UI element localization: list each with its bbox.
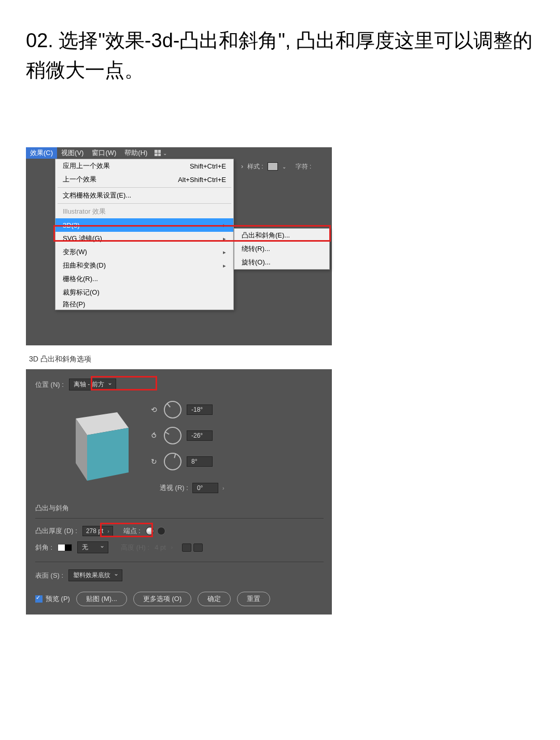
surface-select[interactable]: 塑料效果底纹 [68, 569, 122, 581]
divider [35, 518, 324, 519]
surface-label: 表面 (S) : [35, 571, 63, 580]
menu-item-label: SVG 滤镜(G) [63, 234, 102, 243]
menu-rasterize[interactable]: 栅格化(R)... [55, 272, 233, 286]
menu-help[interactable]: 帮助(H) [120, 147, 151, 159]
divider [35, 562, 324, 562]
menu-window[interactable]: 窗口(W) [88, 147, 120, 159]
map-art-button[interactable]: 贴图 (M)... [76, 592, 127, 606]
menu-item-label: 路径(P) [63, 300, 85, 309]
height-value: 4 pt [155, 543, 166, 551]
3d-options-dialog: 位置 (N) : 离轴 - 前方 ⟲ -18° ⥀ [26, 369, 332, 615]
menu-shortcut: Shift+Ctrl+E [190, 162, 226, 170]
more-options-button[interactable]: 更多选项 (O) [133, 592, 191, 606]
instruction-title: 02. 选择"效果-3d-凸出和斜角", 凸出和厚度这里可以调整的稍微大一点。 [26, 26, 534, 85]
menu-item-label: 应用上一个效果 [63, 161, 110, 171]
dialog-title: 3D 凸出和斜角选项 [26, 353, 534, 369]
submenu-arrow-icon: ▸ [223, 262, 226, 269]
chevron-icon: › [171, 544, 173, 550]
menu-item-label: 上一个效果 [63, 175, 96, 184]
style-swatch[interactable] [268, 162, 278, 171]
cap-on-icon[interactable] [146, 527, 154, 535]
chevron-icon[interactable]: › [222, 485, 224, 491]
menu-path[interactable]: 路径(P) [55, 299, 233, 310]
submenu-arrow-icon: ▸ [223, 235, 226, 242]
perspective-label: 透视 (R) : [160, 483, 188, 493]
menu-screenshot: 效果(C) 视图(V) 窗口(W) 帮助(H) ⌄ › 样式 : ⌄ 字符 : … [26, 147, 332, 345]
menu-item-label: 扭曲和变换(D) [63, 261, 106, 270]
menu-apply-last-effect[interactable]: 应用上一个效果 Shift+Ctrl+E [55, 159, 233, 173]
submenu-arrow-icon: ▸ [223, 222, 226, 229]
submenu-revolve[interactable]: 绕转(R)... [234, 242, 329, 256]
dial-z[interactable] [164, 453, 181, 470]
bevel-swatch [58, 544, 72, 551]
style-label: 样式 : [247, 162, 263, 171]
angle-x-input[interactable]: -18° [187, 404, 213, 415]
cap-off-icon[interactable] [157, 527, 165, 535]
menu-last-effect[interactable]: 上一个效果 Alt+Shift+Ctrl+E [55, 173, 233, 186]
dial-y[interactable] [164, 427, 181, 444]
checkbox-icon [35, 595, 43, 603]
svg-marker-2 [87, 428, 129, 481]
preview-checkbox[interactable]: 预览 (P) [35, 594, 70, 604]
menu-item-label: 3D(3) [63, 221, 80, 229]
cap-label: 端点 : [123, 526, 141, 536]
menu-distort[interactable]: 扭曲和变换(D) ▸ [55, 259, 233, 272]
menu-section-header: Illustrator 效果 [55, 205, 233, 218]
menu-doc-raster[interactable]: 文档栅格效果设置(E)... [55, 189, 233, 202]
rotation-dials: ⟲ -18° ⥀ -26° ↻ 8° 透视 (R) : 0° › [149, 401, 224, 493]
rotate-y-icon: ⥀ [149, 431, 159, 440]
preview-label: 预览 (P) [46, 594, 70, 604]
rotate-x-icon: ⟲ [149, 406, 159, 414]
menu-shortcut: Alt+Shift+Ctrl+E [178, 176, 226, 184]
effect-dropdown: 应用上一个效果 Shift+Ctrl+E 上一个效果 Alt+Shift+Ctr… [55, 159, 234, 310]
menu-crop-marks[interactable]: 裁剪标记(O) [55, 286, 233, 299]
position-label: 位置 (N) : [35, 380, 64, 389]
char-label: 字符 : [296, 162, 312, 171]
menu-item-label: 文档栅格效果设置(E)... [63, 191, 131, 200]
3d-submenu: 凸出和斜角(E)... 绕转(R)... 旋转(O)... [234, 228, 330, 270]
depth-label: 凸出厚度 (D) : [35, 526, 77, 536]
position-select[interactable]: 离轴 - 前方 [69, 379, 116, 390]
section-label: Illustrator 效果 [63, 207, 106, 216]
depth-value: 278 pt [86, 527, 103, 535]
cap-toggle[interactable] [146, 527, 165, 535]
angle-y-input[interactable]: -26° [187, 430, 213, 441]
chevron-icon: › [107, 528, 109, 534]
menubar: 效果(C) 视图(V) 窗口(W) 帮助(H) ⌄ [26, 147, 332, 159]
depth-input[interactable]: 278 pt › [82, 526, 113, 536]
menu-svg-filter[interactable]: SVG 滤镜(G) ▸ [55, 232, 233, 245]
height-label: 高度 (H) : [121, 543, 149, 552]
menu-effect[interactable]: 效果(C) [26, 147, 57, 159]
menu-warp[interactable]: 变形(W) ▸ [55, 245, 233, 259]
rotation-cube-preview[interactable] [56, 398, 134, 486]
separator [58, 203, 231, 204]
bevel-out-icon [193, 543, 203, 552]
separator [58, 187, 231, 188]
bevel-select[interactable]: 无 [77, 541, 108, 553]
workspace-icon[interactable]: ⌄ [155, 150, 167, 156]
reset-button[interactable]: 重置 [237, 592, 270, 606]
menu-view[interactable]: 视图(V) [57, 147, 88, 159]
submenu-extrude-bevel[interactable]: 凸出和斜角(E)... [234, 229, 329, 242]
chevron-right-icon[interactable]: › [241, 163, 243, 170]
extrude-section-header: 凸出与斜角 [35, 504, 324, 513]
rotate-z-icon: ↻ [149, 457, 159, 466]
menu-item-label: 栅格化(R)... [63, 274, 98, 284]
chevron-down-icon[interactable]: ⌄ [282, 164, 286, 170]
submenu-arrow-icon: ▸ [223, 249, 226, 256]
bevel-in-icon [182, 543, 191, 552]
submenu-rotate[interactable]: 旋转(O)... [234, 256, 329, 269]
menu-3d[interactable]: 3D(3) ▸ [55, 218, 233, 232]
perspective-input[interactable]: 0° [192, 483, 218, 493]
menu-item-label: 裁剪标记(O) [63, 288, 100, 297]
bevel-label: 斜角 : [35, 543, 52, 552]
menu-item-label: 变形(W) [63, 247, 87, 257]
dial-x[interactable] [164, 401, 181, 418]
ok-button[interactable]: 确定 [198, 592, 231, 606]
angle-z-input[interactable]: 8° [187, 456, 213, 467]
